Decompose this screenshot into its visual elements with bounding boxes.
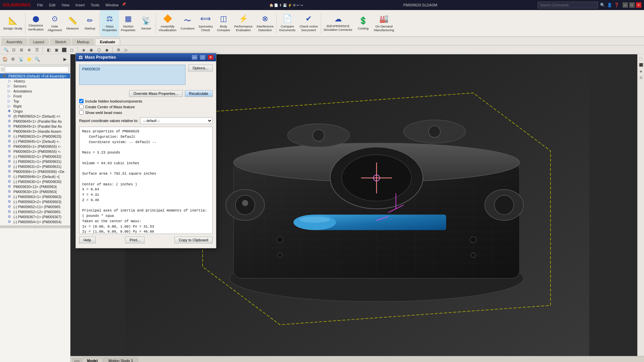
tree-item-history[interactable]: ▷ History [0, 78, 70, 83]
tree-item-pm009632[interactable]: ⚙ (-) PM009632<1> (PM009632) [0, 154, 70, 159]
sensor-button[interactable]: 📡 Sensor [138, 10, 155, 37]
3dexperience-button[interactable]: ☁ 3DEXPERIENCESimulation Connector [322, 10, 355, 37]
hole-alignment-button[interactable]: ⊙ HoleAlignment [46, 10, 64, 37]
rpanel-icon-2[interactable]: ⬛ [638, 62, 644, 67]
sidebar-expand[interactable]: ▶ [61, 56, 69, 63]
curvature-button[interactable]: 〜 Curvature [178, 10, 197, 37]
sidebar-icon-1[interactable]: 🏠 [1, 56, 9, 63]
search-icon[interactable]: 🔍 [600, 3, 605, 7]
clearance-verification-button[interactable]: ⬤ ClearanceVerification [26, 10, 46, 37]
menu-edit[interactable]: Edit [46, 2, 58, 8]
symmetry-check-button[interactable]: ⟺ SymmetryCheck [197, 10, 215, 37]
body-compare-button[interactable]: ◫ BodyCompare [215, 10, 232, 37]
tree-item-pm009663-2[interactable]: ⚙ (-) PM009663<2> (PM009663) [0, 199, 70, 204]
rpanel-icon-1[interactable]: ⬚ [638, 56, 644, 61]
tree-root[interactable]: ⚙ PM009629 (Default) <Full Assembly> [0, 73, 70, 78]
menu-view[interactable]: View [59, 2, 72, 8]
maximize-button[interactable]: □ [629, 2, 635, 8]
sidebar-icon-2[interactable]: ⚙ [9, 56, 17, 63]
view-icon-12[interactable]: ⬡ [96, 47, 102, 53]
tab-evaluate[interactable]: Evaluate [95, 38, 120, 45]
tab-layout[interactable]: Layout [28, 38, 49, 45]
tree-item-pm009652-11[interactable]: ⚙ (-) PM009652<11> (PM00965: [0, 204, 70, 209]
tree-item-pm009649-2[interactable]: ⚙ PM009649<2> (Parallel Bar As [0, 124, 70, 129]
account-icon[interactable]: 👤 [607, 3, 612, 7]
view-icon-10[interactable]: ◈ [80, 47, 87, 53]
menu-window[interactable]: Window [103, 2, 121, 8]
tree-item-pm009653[interactable]: ⚙ (f) PM009653<1> (Default) << [0, 114, 70, 119]
tree-item-pm009646[interactable]: ⚙ (-) PM009646<1> (Default) <[ [0, 174, 70, 179]
options-button[interactable]: Options... [188, 65, 213, 71]
assembly-visualization-button[interactable]: 🔶 AssemblyVisualization [157, 10, 178, 37]
dialog-minimize[interactable]: — [192, 55, 197, 60]
results-text-box[interactable]: Mass properties of PM009629 Configuratio… [79, 127, 213, 234]
tree-item-pm009630-12[interactable]: ⚙ PM009630<12> (PM00963( [0, 184, 70, 189]
view-icon-14[interactable]: ⚙ [115, 47, 122, 53]
tree-item-top[interactable]: ▷ Top [0, 99, 70, 104]
help-button[interactable]: Help [79, 237, 96, 243]
minimize-button[interactable]: — [623, 2, 628, 8]
measure-button[interactable]: 📏 Measure [64, 10, 81, 37]
tree-item-pm009367[interactable]: ⚙ (-) PM009367<1> (PM009367) [0, 214, 70, 219]
menu-pin[interactable]: 📌 [122, 2, 128, 8]
copy-clipboard-button[interactable]: Copy to Clipboard [174, 237, 213, 243]
interference-detection-button[interactable]: ⊗ InterferenceDetection [255, 10, 276, 37]
tree-item-right[interactable]: ▷ Right [0, 104, 70, 109]
tree-item-front[interactable]: ▷ Front [0, 94, 70, 99]
print-button[interactable]: Print... [125, 237, 145, 243]
3d-viewport[interactable]: ⚖ Mass Properties — □ ✕ PM009629 Options… [70, 54, 644, 362]
menu-insert[interactable]: Insert [73, 2, 88, 8]
tree-item-pm009663-1[interactable]: ⚙ (-) PM009663<1> (PM009663) [0, 194, 70, 199]
view-icon-5[interactable]: ☰ [34, 47, 40, 53]
tree-item-pm009649-3[interactable]: ⚙ PM009649<3> (Handle Assem [0, 129, 70, 134]
search-input[interactable] [538, 2, 598, 8]
tree-item-pm009655-2[interactable]: ⚙ PM009655<2> (PM009655) <- [0, 149, 70, 154]
show-weld-checkbox[interactable] [79, 110, 84, 115]
view-icon-15[interactable]: ▷ [123, 47, 129, 53]
design-study-button[interactable]: 📐 Design Study [1, 10, 24, 37]
tree-item-pm009631-2[interactable]: ⚙ (-) PM009631<2> (PM009631) [0, 164, 70, 169]
view-icon-6[interactable]: ◧ [45, 47, 52, 53]
tree-item-pm009654[interactable]: ⚙ (-) PM009654<1> (PM009654) [0, 219, 70, 224]
tree-item-sensors[interactable]: ▷ Sensors [0, 83, 70, 88]
compare-documents-button[interactable]: 📄 CompareDocuments [277, 10, 298, 37]
tab-sketch[interactable]: Sketch [50, 38, 71, 45]
view-icon-8[interactable]: ⬛ [61, 47, 67, 53]
sidebar-resize-handle[interactable]: ⬦ [0, 226, 70, 228]
view-icon-4[interactable]: ⊕ [26, 47, 33, 53]
override-mass-button[interactable]: Override Mass Properties... [129, 90, 183, 97]
help-icon[interactable]: ❓ [614, 3, 619, 7]
close-button[interactable]: ✕ [636, 2, 641, 8]
tree-item-pm009633[interactable]: ⚙ (-) PM009633<1> (PM009633) [0, 134, 70, 139]
performance-evaluation-button[interactable]: ⚡ PerformanceEvaluation [232, 10, 255, 37]
sidebar-icon-4[interactable]: ⭐ [25, 56, 33, 63]
tab-assembly[interactable]: Assembly [1, 38, 28, 45]
rpanel-icon-3[interactable]: ◈ [638, 68, 644, 74]
view-icon-3[interactable]: ⊞ [18, 47, 25, 53]
mass-properties-button[interactable]: ⚖ MassProperties [100, 10, 119, 37]
tree-item-pm009630-1[interactable]: ⚙ (-) PM009630<1> (PM009630) [0, 179, 70, 184]
include-hidden-checkbox[interactable] [79, 99, 84, 103]
tab-markup[interactable]: Markup [72, 38, 94, 45]
view-icon-9[interactable]: ◻ [68, 47, 75, 53]
tree-item-pm009630-13[interactable]: ⚙ PM009630<13> (PM00963( [0, 189, 70, 194]
tree-item-pm009631-1[interactable]: ⚙ (-) PM009631<1> (PM009631) [0, 159, 70, 164]
recalculate-button[interactable]: Recalculate [185, 90, 213, 97]
check-active-document-button[interactable]: ✔ Check ActiveDocument [298, 10, 320, 37]
rpanel-icon-4[interactable]: ⊡ [638, 75, 644, 80]
tree-item-pm009366[interactable]: ⚙ PM009366<1> (PM009366) <De [0, 169, 70, 174]
on-demand-manufacturing-button[interactable]: 🏭 On DemandManufacturing [372, 10, 396, 37]
motion-study-tab[interactable]: Motion Study 1 [103, 358, 138, 362]
menu-file[interactable]: File [35, 2, 46, 8]
sidebar-icon-3[interactable]: 📡 [17, 56, 25, 63]
menu-tools[interactable]: Tools [88, 2, 102, 8]
tree-item-pm009645[interactable]: ⚙ (-) PM009645<1> (Default) <- [0, 139, 70, 144]
tree-item-pm009649-1[interactable]: ⚙ PM009649<1> (Parallel Bar As [0, 119, 70, 124]
section-properties-button[interactable]: ▦ SectionProperties [119, 10, 138, 37]
tree-item-annotations[interactable]: ▷ Annotations [0, 88, 70, 94]
view-icon-2[interactable]: ⊡ [10, 47, 17, 53]
model-tab[interactable]: Model [82, 358, 103, 362]
tree-item-pm009652-12[interactable]: ⚙ (-) PM009652<12> (PM00965: [0, 209, 70, 214]
markup-button[interactable]: ✏ Markup [81, 10, 99, 37]
view-icon-1[interactable]: 🔍 [3, 47, 9, 53]
